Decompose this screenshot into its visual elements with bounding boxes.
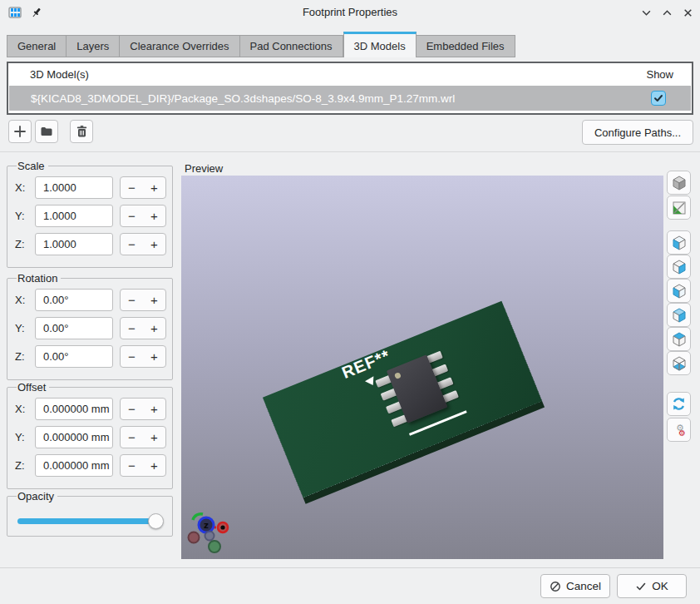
browse-model-button[interactable] (35, 120, 58, 143)
view-back-cube-icon (671, 307, 688, 324)
offset-y-label: Y: (15, 431, 35, 443)
model-row[interactable]: ${KICAD8_3DMODEL_DIR}/Package_SO.3dshape… (9, 86, 691, 111)
scale-y-stepper: −+ (120, 205, 166, 227)
offset-group-label: Offset (17, 381, 49, 394)
add-model-button[interactable] (8, 120, 32, 143)
offset-x-input[interactable] (35, 398, 113, 420)
increment-button[interactable]: + (143, 399, 165, 419)
refresh-icon (671, 396, 687, 412)
tab-embedded-files[interactable]: Embedded Files (417, 35, 515, 57)
scale-group-label: Scale (17, 160, 48, 172)
view-front-button[interactable] (667, 255, 691, 279)
column-header-models: 3D Model(s) (8, 68, 89, 81)
tab-general[interactable]: General (7, 35, 67, 57)
orthographic-projection-button[interactable] (667, 171, 691, 195)
preview-label: Preview (185, 162, 223, 175)
increment-button[interactable]: + (143, 346, 165, 367)
decrement-button[interactable]: − (121, 177, 143, 198)
view-back-button[interactable] (667, 303, 691, 327)
tab-label: Embedded Files (426, 40, 505, 52)
decrement-button[interactable]: − (121, 455, 143, 476)
close-icon[interactable] (680, 5, 695, 20)
configure-paths-label: Configure Paths... (594, 126, 681, 139)
rotation-z-input[interactable] (35, 345, 113, 368)
decrement-button[interactable]: − (121, 205, 143, 226)
decrement-button[interactable]: − (121, 399, 143, 419)
ok-button[interactable]: OK (617, 574, 687, 598)
tab-label: Pad Connections (250, 40, 333, 52)
increment-button[interactable]: + (143, 318, 165, 339)
divider (0, 567, 700, 568)
scale-z-input[interactable] (35, 233, 113, 255)
model-path: ${KICAD8_3DMODEL_DIR}/Package_SO.3dshape… (9, 92, 455, 105)
rotation-z-stepper: −+ (120, 345, 166, 368)
offset-y-stepper: −+ (120, 426, 166, 448)
refresh-view-button[interactable] (667, 392, 691, 416)
rotation-z-label: Z: (15, 350, 35, 363)
decrement-button[interactable]: − (121, 234, 143, 255)
scale-x-stepper: −+ (120, 176, 166, 199)
decrement-button[interactable]: − (121, 346, 143, 367)
configure-paths-button[interactable]: Configure Paths... (582, 120, 693, 145)
opacity-slider-handle[interactable] (148, 513, 164, 529)
increment-button[interactable]: + (143, 205, 165, 226)
view-left-cube-icon (671, 235, 688, 251)
titlebar: Footprint Properties (0, 0, 700, 25)
tab-clearance-overrides[interactable]: Clearance Overrides (120, 35, 239, 57)
tab-label: Layers (76, 40, 109, 52)
tab-label: Clearance Overrides (130, 40, 229, 52)
delete-model-button[interactable] (70, 120, 93, 143)
view-top-cube-icon (671, 331, 688, 348)
opacity-slider[interactable] (17, 518, 157, 524)
scale-x-input[interactable] (35, 176, 113, 199)
increment-button[interactable]: + (143, 290, 165, 310)
minimize-icon[interactable] (638, 5, 653, 20)
offset-x-label: X: (15, 403, 35, 415)
tab-layers[interactable]: Layers (67, 35, 120, 57)
scale-y-input[interactable] (35, 205, 113, 227)
models-table: 3D Model(s) Show ${KICAD8_3DMODEL_DIR}/P… (7, 62, 693, 115)
so8-chip (387, 354, 448, 423)
view-top-button[interactable] (667, 327, 691, 351)
preview-3d-viewport[interactable]: REF** z (181, 176, 663, 559)
maximize-icon[interactable] (659, 5, 674, 20)
render-settings-gears-icon: ⚙ ⚙ (671, 422, 688, 438)
render-settings-button[interactable]: ⚙ ⚙ (667, 418, 691, 442)
increment-button[interactable]: + (143, 427, 165, 448)
view-left-button[interactable] (667, 230, 691, 255)
scale-x-label: X: (15, 181, 35, 194)
tab-label: 3D Models (354, 40, 406, 52)
view-bottom-button[interactable] (667, 351, 691, 375)
axis-orientation-gizmo: z (181, 507, 264, 558)
decrement-button[interactable]: − (121, 290, 143, 310)
svg-text:z: z (204, 521, 209, 530)
scale-z-stepper: −+ (120, 233, 166, 255)
scale-group: Scale X: −+ Y: −+ Z: −+ (7, 160, 173, 268)
board-body-toggle-button[interactable] (667, 196, 691, 220)
show-checkbox[interactable] (651, 91, 666, 106)
view-bottom-cube-icon (671, 355, 688, 372)
offset-z-input[interactable] (35, 454, 113, 477)
view-right-cube-icon (671, 283, 688, 300)
cancel-button[interactable]: Cancel (540, 574, 610, 598)
scale-z-label: Z: (15, 238, 35, 250)
orthographic-cube-icon (671, 175, 688, 191)
increment-button[interactable]: + (143, 234, 165, 255)
increment-button[interactable]: + (143, 177, 165, 198)
decrement-button[interactable]: − (121, 427, 143, 448)
decrement-button[interactable]: − (121, 318, 143, 339)
tab-pad-connections[interactable]: Pad Connections (240, 35, 343, 57)
view-right-button[interactable] (667, 279, 691, 303)
window-title: Footprint Properties (0, 6, 700, 18)
rotation-x-input[interactable] (35, 289, 113, 311)
tab-bar: General Layers Clearance Overrides Pad C… (7, 32, 515, 57)
offset-y-input[interactable] (35, 426, 113, 448)
scale-y-label: Y: (15, 210, 35, 222)
rotation-y-input[interactable] (35, 317, 113, 339)
tab-3d-models[interactable]: 3D Models (343, 32, 417, 57)
svg-text:⚙: ⚙ (678, 428, 686, 438)
increment-button[interactable]: + (143, 455, 165, 476)
rotation-x-label: X: (15, 294, 35, 306)
cancel-icon (550, 581, 561, 592)
rotation-group: Rotation X: −+ Y: −+ Z: −+ (7, 272, 173, 380)
